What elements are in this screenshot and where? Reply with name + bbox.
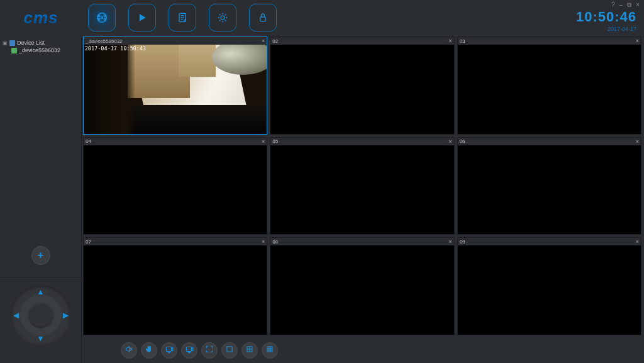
cell-close-button[interactable]: × bbox=[636, 238, 639, 245]
video-cell-5[interactable]: 05× bbox=[270, 137, 454, 235]
svg-point-1 bbox=[98, 15, 100, 17]
svg-rect-17 bbox=[227, 347, 232, 352]
cell-title: 02 bbox=[272, 38, 278, 44]
layout-1-icon bbox=[225, 345, 234, 356]
ptz-disc: ▲ ▼ ◀ ▶ bbox=[11, 285, 71, 345]
cell-title: 06 bbox=[460, 138, 465, 144]
cell-title: 05 bbox=[272, 138, 278, 144]
camera-out-icon bbox=[165, 345, 174, 356]
svg-point-4 bbox=[104, 18, 106, 20]
sidebar: ▣ Device List _device5586032 + ▲ ▼ ◀ ▶ bbox=[0, 35, 82, 363]
svg-rect-21 bbox=[267, 347, 272, 352]
video-cell-7[interactable]: 07× bbox=[83, 237, 267, 335]
plus-icon: + bbox=[38, 250, 43, 261]
cell-header: 04× bbox=[84, 138, 267, 145]
sidebar-divider bbox=[0, 277, 81, 277]
clock-date: 2017-04-17 bbox=[576, 26, 636, 32]
cell-title: 07 bbox=[86, 239, 91, 245]
help-button[interactable]: ? bbox=[610, 1, 617, 9]
nav-buttons bbox=[88, 4, 277, 31]
nav-settings-button[interactable] bbox=[209, 4, 236, 31]
log-icon bbox=[176, 11, 189, 24]
close-window-button[interactable]: × bbox=[635, 1, 641, 9]
video-cell-3[interactable]: 03× bbox=[457, 36, 641, 135]
cell-title: 04 bbox=[86, 138, 91, 144]
fullscreen-button[interactable] bbox=[201, 342, 218, 359]
video-cell-6[interactable]: 06× bbox=[457, 137, 641, 235]
add-device-button[interactable]: + bbox=[31, 246, 50, 265]
ptz-center-button[interactable] bbox=[29, 303, 53, 327]
video-osd-timestamp: 2017-04-17 10:50:43 bbox=[85, 46, 146, 52]
device-tree: ▣ Device List _device5586032 bbox=[0, 35, 81, 58]
cell-header: _device5586032× bbox=[84, 37, 267, 45]
ptz-right-button[interactable]: ▶ bbox=[63, 311, 69, 320]
cell-header: 02× bbox=[270, 37, 453, 45]
svg-point-0 bbox=[97, 13, 107, 23]
camera-icon bbox=[11, 48, 17, 53]
cell-close-button[interactable]: × bbox=[262, 38, 265, 44]
svg-point-5 bbox=[101, 17, 103, 19]
ptz-up-button[interactable]: ▲ bbox=[37, 288, 45, 296]
layout-4-button[interactable] bbox=[242, 342, 258, 359]
svg-rect-12 bbox=[260, 17, 265, 21]
tree-collapse-icon: ▣ bbox=[3, 40, 8, 46]
play-icon bbox=[136, 11, 148, 24]
cell-close-button[interactable]: × bbox=[636, 38, 639, 44]
tree-root-label: Device List bbox=[17, 40, 45, 46]
clock: 10:50:46 2017-04-17 bbox=[576, 9, 636, 32]
hand-button[interactable] bbox=[141, 342, 157, 359]
video-cell-2[interactable]: 02× bbox=[270, 36, 454, 135]
video-cell-8[interactable]: 08× bbox=[270, 237, 454, 335]
tree-device[interactable]: _device5586032 bbox=[11, 47, 79, 54]
camera-in-icon bbox=[185, 345, 194, 356]
cell-close-button[interactable]: × bbox=[448, 238, 452, 245]
cell-title: 09 bbox=[460, 239, 465, 245]
window-controls: ? – ⧉ × bbox=[610, 1, 641, 9]
video-feed bbox=[84, 45, 267, 134]
layout-9-button[interactable] bbox=[262, 342, 278, 359]
cell-close-button[interactable]: × bbox=[448, 138, 452, 145]
tree-root[interactable]: ▣ Device List bbox=[3, 39, 79, 47]
cell-close-button[interactable]: × bbox=[262, 138, 265, 145]
layout-1-button[interactable] bbox=[221, 342, 238, 359]
video-cell-4[interactable]: 04× bbox=[83, 137, 267, 235]
svg-marker-6 bbox=[140, 14, 146, 21]
bottom-toolbar bbox=[83, 338, 644, 363]
ptz-down-button[interactable]: ▼ bbox=[37, 334, 45, 343]
layout-4-icon bbox=[245, 345, 254, 356]
gear-icon bbox=[216, 11, 229, 24]
nav-playback-button[interactable] bbox=[128, 4, 156, 31]
svg-rect-15 bbox=[166, 347, 171, 352]
nav-live-button[interactable] bbox=[88, 4, 116, 31]
cell-close-button[interactable]: × bbox=[448, 38, 452, 44]
folder-icon bbox=[9, 40, 15, 46]
cell-header: 06× bbox=[458, 138, 641, 145]
svg-point-11 bbox=[221, 16, 225, 20]
video-cell-9[interactable]: 09× bbox=[457, 237, 641, 335]
app-logo: cms bbox=[0, 8, 82, 28]
nav-log-button[interactable] bbox=[169, 4, 196, 31]
cell-header: 05× bbox=[270, 138, 453, 145]
expand-icon bbox=[205, 345, 214, 356]
cell-title: _device5586032 bbox=[86, 38, 123, 44]
logo-text: cms bbox=[23, 8, 58, 28]
tree-device-label: _device5586032 bbox=[19, 47, 60, 53]
cell-header: 03× bbox=[458, 37, 641, 45]
video-cell-1[interactable]: _device5586032×2017-04-17 10:50:43 bbox=[83, 36, 267, 135]
record-button[interactable] bbox=[181, 342, 197, 359]
svg-point-2 bbox=[104, 15, 106, 17]
nav-lock-button[interactable] bbox=[249, 4, 277, 31]
top-bar: cms bbox=[0, 0, 644, 35]
cell-close-button[interactable]: × bbox=[262, 238, 265, 245]
lock-icon bbox=[257, 11, 269, 24]
svg-rect-16 bbox=[186, 347, 191, 352]
cell-close-button[interactable]: × bbox=[636, 138, 639, 145]
snapshot-button[interactable] bbox=[161, 342, 177, 359]
video-grid: _device5586032×2017-04-17 10:50:4302×03×… bbox=[83, 36, 641, 335]
mute-button[interactable] bbox=[121, 342, 137, 359]
cell-header: 07× bbox=[84, 238, 267, 245]
minimize-button[interactable]: – bbox=[618, 1, 625, 9]
ptz-left-button[interactable]: ◀ bbox=[13, 311, 19, 320]
ptz-control: ▲ ▼ ◀ ▶ bbox=[11, 285, 71, 345]
maximize-button[interactable]: ⧉ bbox=[626, 1, 633, 9]
